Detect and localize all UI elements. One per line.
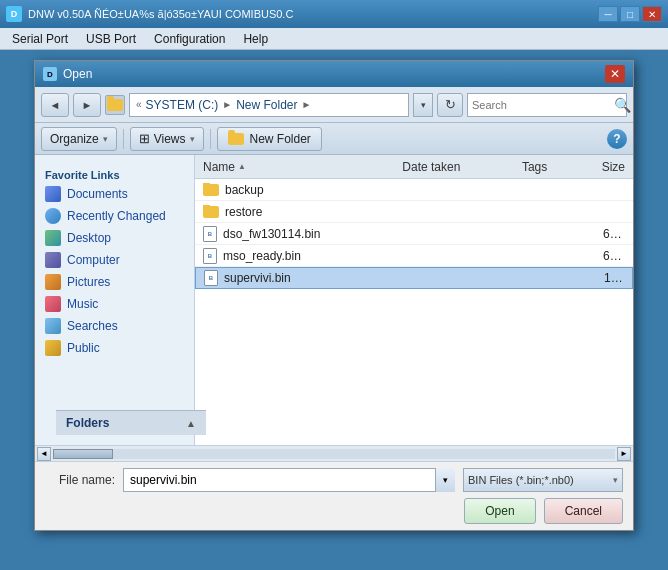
organize-arrow: ▾ <box>103 134 108 144</box>
dialog-close-button[interactable]: ✕ <box>605 65 625 83</box>
menu-usb-port[interactable]: USB Port <box>78 30 144 48</box>
filename-row: File name: ▾ BIN Files (*.bin;*.nb0) ▾ <box>45 468 623 492</box>
horizontal-scrollbar[interactable]: ◄ ► <box>35 445 633 461</box>
open-dialog: D Open ✕ ◄ ► « SYSTEM (C:) ► New Folder … <box>34 60 634 531</box>
main-area: D Open ✕ ◄ ► « SYSTEM (C:) ► New Folder … <box>0 50 668 570</box>
menu-help[interactable]: Help <box>235 30 276 48</box>
menu-bar: Serial Port USB Port Configuration Help <box>0 28 668 50</box>
file-row-backup[interactable]: backup <box>195 179 633 201</box>
file-list: Name ▲ Date taken Tags Size <box>195 155 633 445</box>
folder-icon-button[interactable] <box>105 95 125 115</box>
sidebar-item-recently-changed[interactable]: Recently Changed <box>35 205 194 227</box>
sidebar-item-computer[interactable]: Computer <box>35 249 194 271</box>
dialog-icon: D <box>43 67 57 81</box>
menu-serial-port[interactable]: Serial Port <box>4 30 76 48</box>
sidebar-label-documents: Documents <box>67 187 128 201</box>
sidebar-item-documents[interactable]: Documents <box>35 183 194 205</box>
music-icon <box>45 296 61 312</box>
search-icon[interactable]: 🔍 <box>614 97 631 113</box>
col-header-size[interactable]: Size <box>594 160 633 174</box>
file-row-supervivi[interactable]: B supervivi.bin 125 KB <box>195 267 633 289</box>
filetype-select[interactable]: BIN Files (*.bin;*.nb0) ▾ <box>463 468 623 492</box>
views-button[interactable]: ⊞ Views ▾ <box>130 127 204 151</box>
scroll-left-button[interactable]: ◄ <box>37 447 51 461</box>
views-arrow: ▾ <box>190 134 195 144</box>
sidebar-item-desktop[interactable]: Desktop <box>35 227 194 249</box>
search-input[interactable] <box>472 99 610 111</box>
sort-arrow: ▲ <box>238 162 246 171</box>
toolbar: Organize ▾ ⊞ Views ▾ New Folder ? <box>35 123 633 155</box>
col-header-date[interactable]: Date taken <box>394 160 514 174</box>
organize-button[interactable]: Organize ▾ <box>41 127 117 151</box>
app-title: DNW v0.50A ÑÉO±UA%s ã|ó35o±YAUI COMIBUS0… <box>28 8 592 20</box>
folders-label: Folders <box>66 416 109 430</box>
new-folder-button[interactable]: New Folder <box>217 127 322 151</box>
maximize-button[interactable]: □ <box>620 6 640 22</box>
file-list-header: Name ▲ Date taken Tags Size <box>195 155 633 179</box>
filetype-arrow: ▾ <box>613 475 618 485</box>
sidebar-item-searches[interactable]: Searches <box>35 315 194 337</box>
sidebar-label-computer: Computer <box>67 253 120 267</box>
documents-icon <box>45 186 61 202</box>
sidebar-item-pictures[interactable]: Pictures <box>35 271 194 293</box>
filename-input[interactable] <box>123 468 455 492</box>
bin-icon-mso: B <box>203 248 217 264</box>
toolbar-separator-1 <box>123 129 124 149</box>
file-name-restore: restore <box>195 205 395 219</box>
file-row-dso[interactable]: B dso_fw130114.bin 67,584 KB <box>195 223 633 245</box>
col-header-tags[interactable]: Tags <box>514 160 594 174</box>
sidebar-label-pictures: Pictures <box>67 275 110 289</box>
bin-icon-supervivi: B <box>204 270 218 286</box>
folders-arrow: ▲ <box>186 418 196 429</box>
path-dropdown-button[interactable]: ▾ <box>413 93 433 117</box>
file-name-label: File name: <box>45 473 115 487</box>
filename-dropdown-button[interactable]: ▾ <box>435 468 455 492</box>
window-controls: ─ □ ✕ <box>598 6 662 22</box>
content-area: Favorite Links Documents Recently Change… <box>35 155 633 445</box>
path-arrow-2: ► <box>222 99 232 110</box>
path-arrow-1: « <box>136 99 142 110</box>
open-button[interactable]: Open <box>464 498 535 524</box>
folders-section[interactable]: Folders ▲ <box>56 410 206 435</box>
back-button[interactable]: ◄ <box>41 93 69 117</box>
bin-icon-dso: B <box>203 226 217 242</box>
app-icon: D <box>6 6 22 22</box>
sidebar: Favorite Links Documents Recently Change… <box>35 155 195 445</box>
col-header-name[interactable]: Name ▲ <box>195 160 394 174</box>
scroll-thumb[interactable] <box>53 449 113 459</box>
public-icon <box>45 340 61 356</box>
dialog-title-bar: D Open ✕ <box>35 61 633 87</box>
search-box: 🔍 <box>467 93 627 117</box>
file-row-mso[interactable]: B mso_ready.bin 67,584 KB <box>195 245 633 267</box>
recently-changed-icon <box>45 208 61 224</box>
folder-icon-restore <box>203 206 219 218</box>
path-system: SYSTEM (C:) <box>146 98 219 112</box>
menu-configuration[interactable]: Configuration <box>146 30 233 48</box>
refresh-button[interactable]: ↻ <box>437 93 463 117</box>
sidebar-label-public: Public <box>67 341 100 355</box>
new-folder-icon <box>228 133 244 145</box>
sidebar-label-searches: Searches <box>67 319 118 333</box>
sidebar-item-public[interactable]: Public <box>35 337 194 359</box>
minimize-button[interactable]: ─ <box>598 6 618 22</box>
close-button[interactable]: ✕ <box>642 6 662 22</box>
file-size-mso: 67,584 KB <box>595 249 633 263</box>
computer-icon <box>45 252 61 268</box>
dialog-title: Open <box>63 67 599 81</box>
app-title-bar: D DNW v0.50A ÑÉO±UA%s ã|ó35o±YAUI COMIBU… <box>0 0 668 28</box>
address-path[interactable]: « SYSTEM (C:) ► New Folder ► <box>129 93 409 117</box>
scroll-right-button[interactable]: ► <box>617 447 631 461</box>
pictures-icon <box>45 274 61 290</box>
help-button[interactable]: ? <box>607 129 627 149</box>
sidebar-label-recently-changed: Recently Changed <box>67 209 166 223</box>
sidebar-label-music: Music <box>67 297 98 311</box>
file-row-restore[interactable]: restore <box>195 201 633 223</box>
file-size-dso: 67,584 KB <box>595 227 633 241</box>
sidebar-label-desktop: Desktop <box>67 231 111 245</box>
scroll-track[interactable] <box>53 449 615 459</box>
filename-input-wrap: ▾ <box>123 468 455 492</box>
cancel-button[interactable]: Cancel <box>544 498 623 524</box>
forward-button[interactable]: ► <box>73 93 101 117</box>
sidebar-item-music[interactable]: Music <box>35 293 194 315</box>
file-name-backup: backup <box>195 183 395 197</box>
